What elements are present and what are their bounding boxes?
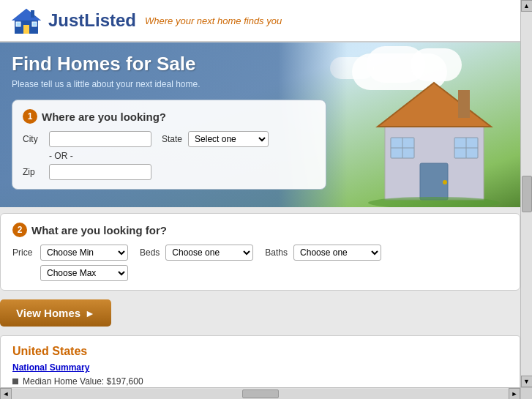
beds-select[interactable]: Choose one 12345+ (165, 245, 253, 261)
scroll-up-button[interactable]: ▲ (521, 0, 533, 12)
bullet-square-icon (12, 379, 18, 384)
step1-badge: 1 (23, 109, 37, 124)
median-home-item: Median Home Value: $197,600 (12, 376, 508, 387)
section2-title: What are you looking for? (31, 224, 167, 236)
svg-rect-17 (458, 90, 470, 118)
view-homes-button[interactable]: View Homes ► (0, 299, 111, 327)
scroll-left-button[interactable]: ◄ (0, 388, 12, 400)
beds-label: Beds (140, 247, 160, 258)
median-home-value: Median Home Value: $197,600 (23, 376, 143, 387)
logo-text: JustListed (48, 10, 136, 31)
view-homes-arrow-icon: ► (85, 307, 95, 319)
step2-badge: 2 (12, 223, 27, 237)
hero-section: Find Homes for Sale Please tell us a lit… (0, 42, 520, 207)
logo-icon (9, 6, 44, 35)
baths-label: Baths (265, 247, 288, 258)
scroll-thumb[interactable] (522, 176, 532, 212)
bottom-scrollbar: ◄ ► (0, 387, 520, 399)
svg-rect-3 (16, 22, 20, 26)
price-min-select[interactable]: Choose Min $50,000$75,000$100,000 $150,0… (40, 245, 128, 261)
tagline: Where your next home finds you (145, 15, 282, 26)
section1-box: 1 Where are you looking? City State Sele… (12, 100, 326, 190)
zip-input[interactable] (49, 164, 151, 180)
us-title: United States (12, 345, 508, 358)
svg-rect-2 (23, 25, 29, 34)
svg-marker-1 (12, 9, 41, 20)
house-illustration (363, 61, 506, 207)
right-scrollbar: ▲ ▼ (520, 0, 532, 387)
scrollbar-corner (520, 387, 532, 399)
section1-title: Where are you looking? (42, 111, 166, 123)
scroll-down-button[interactable]: ▼ (521, 376, 533, 387)
price-max-select[interactable]: Choose Max $100,000$150,000$200,000 $250… (40, 265, 128, 281)
hero-title: Find Homes for Sale (12, 53, 336, 75)
or-separator: - OR - (49, 151, 315, 161)
header: JustListed Where your next home finds yo… (0, 0, 520, 42)
state-label: State (162, 134, 182, 144)
zip-row: Zip (23, 164, 315, 180)
city-input[interactable] (49, 131, 151, 147)
section1-title-row: 1 Where are you looking? (23, 109, 315, 124)
price-beds-baths-row: Price Choose Min $50,000$75,000$100,000 … (12, 245, 508, 261)
zip-label: Zip (23, 167, 43, 177)
city-label: City (23, 134, 43, 144)
national-summary-link[interactable]: National Summary (12, 362, 508, 373)
city-state-row: City State Select one AlabamaAlaskaArizo… (23, 131, 315, 147)
hscroll-track (12, 389, 509, 399)
state-select[interactable]: Select one AlabamaAlaskaArizona Californ… (188, 131, 269, 147)
price-max-row: Choose Max $100,000$150,000$200,000 $250… (40, 265, 508, 281)
section2-box: 2 What are you looking for? Price Choose… (0, 213, 520, 291)
scroll-right-button[interactable]: ► (509, 388, 520, 400)
svg-point-10 (443, 180, 447, 184)
baths-select[interactable]: Choose one 11.522.533.54+ (293, 245, 381, 261)
us-section: United States National Summary Median Ho… (0, 335, 520, 387)
view-homes-label: View Homes (16, 307, 80, 319)
hscroll-thumb[interactable] (242, 389, 279, 398)
hero-overlay: Find Homes for Sale Please tell us a lit… (0, 42, 348, 207)
section2-title-row: 2 What are you looking for? (12, 223, 508, 237)
hero-subtitle: Please tell us a little about your next … (12, 79, 336, 89)
svg-marker-7 (378, 83, 491, 127)
price-label: Price (12, 247, 34, 258)
svg-rect-4 (32, 22, 37, 26)
svg-rect-5 (31, 10, 34, 18)
